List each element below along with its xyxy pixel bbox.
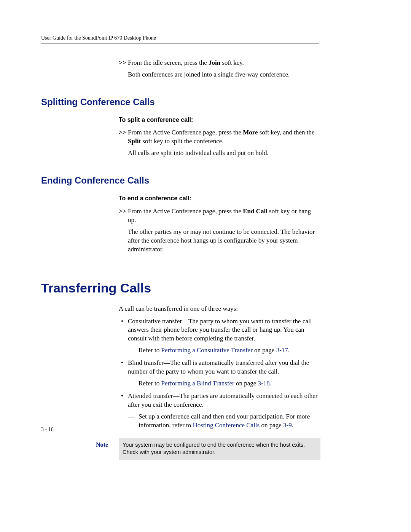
step-marker: >> [119, 59, 126, 67]
split-block: To split a conference call: >> From the … [119, 116, 320, 158]
note-label: Note [96, 438, 119, 460]
list-item: Attended transfer—The parties are automa… [128, 392, 320, 430]
note-row: Note Your system may be configured to en… [96, 438, 320, 460]
step-text: From the Active Conference page, press t… [128, 208, 311, 224]
step-marker: >> [119, 128, 126, 137]
end-result: The other parties my or may not continue… [119, 228, 320, 254]
sub-list: Refer to Performing a Blind Transfer on … [128, 379, 320, 388]
link-page-ref[interactable]: 3-18 [258, 380, 270, 387]
link-hosting-conference-calls[interactable]: Hosting Conference Calls [193, 422, 260, 429]
heading-transferring: Transferring Calls [41, 281, 319, 296]
running-head: User Guide for the SoundPoint IP 670 Des… [41, 35, 319, 43]
heading-ending: Ending Conference Calls [41, 175, 319, 186]
heading-splitting: Splitting Conference Calls [41, 97, 319, 107]
header-rule [41, 43, 319, 44]
split-result: All calls are split into individual call… [119, 149, 320, 158]
end-block: To end a conference call: >> From the Ac… [119, 194, 320, 254]
intro-block: >> From the idle screen, press the Join … [119, 59, 320, 79]
split-step: >> From the Active Conference page, pres… [119, 128, 320, 146]
page-number: 3 - 16 [41, 427, 54, 433]
step-text: From the Active Conference page, press t… [128, 129, 315, 145]
intro-step: >> From the idle screen, press the Join … [119, 59, 320, 67]
transfer-intro: A call can be transferred in one of thre… [119, 305, 320, 313]
list-item: Blind transfer—The call is automatically… [128, 359, 320, 388]
page-content: User Guide for the SoundPoint IP 670 Des… [41, 35, 319, 460]
sub-list: Set up a conference call and then end yo… [128, 412, 320, 430]
intro-result: Both conferences are joined into a singl… [119, 70, 320, 79]
list-item: Consultative transfer—The party to whom … [128, 317, 320, 355]
item-text: Attended transfer—The parties are automa… [128, 392, 317, 408]
item-text: Blind transfer—The call is automatically… [128, 359, 309, 375]
note-box: Your system may be configured to end the… [119, 438, 320, 460]
link-blind-transfer[interactable]: Performing a Blind Transfer [161, 380, 234, 387]
end-step: >> From the Active Conference page, pres… [119, 207, 320, 225]
item-text: Consultative transfer—The party to whom … [128, 318, 312, 342]
transfer-list: Consultative transfer—The party to whom … [119, 317, 320, 430]
transfer-block: A call can be transferred in one of thre… [119, 305, 320, 430]
list-sub-item: Set up a conference call and then end yo… [139, 412, 320, 430]
step-text: From the idle screen, press the Join sof… [128, 59, 244, 66]
link-page-ref[interactable]: 3-9 [283, 422, 292, 429]
sub-list: Refer to Performing a Consultative Trans… [128, 346, 320, 355]
link-page-ref[interactable]: 3-17 [276, 347, 288, 354]
link-consultative-transfer[interactable]: Performing a Consultative Transfer [161, 347, 252, 354]
list-sub-item: Refer to Performing a Blind Transfer on … [139, 379, 320, 388]
end-task-title: To end a conference call: [119, 194, 320, 203]
step-marker: >> [119, 207, 126, 216]
split-task-title: To split a conference call: [119, 116, 320, 124]
list-sub-item: Refer to Performing a Consultative Trans… [139, 346, 320, 355]
